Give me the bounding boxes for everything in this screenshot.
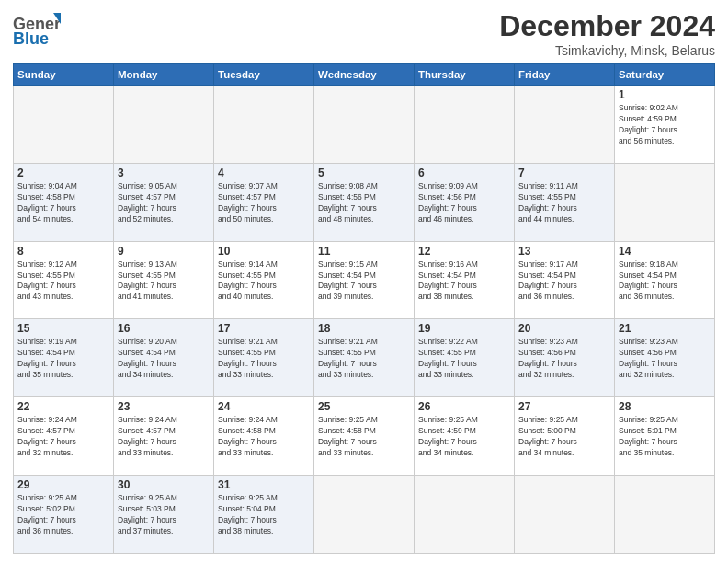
table-row: 29Sunrise: 9:25 AMSunset: 5:02 PMDayligh…	[14, 476, 114, 554]
col-tuesday: Tuesday	[214, 64, 314, 86]
month-title: December 2024	[499, 9, 715, 43]
location: Tsimkavichy, Minsk, Belarus	[499, 43, 715, 58]
header: General Blue December 2024 Tsimkavichy, …	[13, 9, 715, 58]
empty-cell	[14, 86, 114, 164]
table-row: 11Sunrise: 9:15 AMSunset: 4:54 PMDayligh…	[314, 241, 415, 319]
logo-icon: General Blue	[13, 9, 61, 50]
col-friday: Friday	[515, 64, 615, 86]
table-row: 1Sunrise: 9:02 AMSunset: 4:59 PMDaylight…	[615, 86, 715, 164]
table-row: 24Sunrise: 9:24 AMSunset: 4:58 PMDayligh…	[214, 397, 314, 476]
table-row: 21Sunrise: 9:23 AMSunset: 4:56 PMDayligh…	[615, 319, 715, 397]
empty-cell	[314, 86, 415, 164]
logo: General Blue	[13, 9, 61, 50]
table-row	[314, 476, 415, 554]
header-row: Sunday Monday Tuesday Wednesday Thursday…	[14, 64, 715, 86]
table-row: 5Sunrise: 9:08 AMSunset: 4:56 PMDaylight…	[314, 163, 415, 241]
table-row	[515, 476, 615, 554]
table-row	[615, 163, 715, 241]
table-row: 27Sunrise: 9:25 AMSunset: 5:00 PMDayligh…	[515, 397, 615, 476]
table-row: 12Sunrise: 9:16 AMSunset: 4:54 PMDayligh…	[415, 241, 515, 319]
table-row: 17Sunrise: 9:21 AMSunset: 4:55 PMDayligh…	[214, 319, 314, 397]
table-row: 22Sunrise: 9:24 AMSunset: 4:57 PMDayligh…	[14, 397, 114, 476]
table-row	[415, 476, 515, 554]
table-row: 13Sunrise: 9:17 AMSunset: 4:54 PMDayligh…	[515, 241, 615, 319]
table-row: 8Sunrise: 9:12 AMSunset: 4:55 PMDaylight…	[14, 241, 114, 319]
page-container: General Blue December 2024 Tsimkavichy, …	[0, 0, 728, 563]
table-row: 28Sunrise: 9:25 AMSunset: 5:01 PMDayligh…	[615, 397, 715, 476]
title-section: December 2024 Tsimkavichy, Minsk, Belaru…	[499, 9, 715, 58]
table-row: 18Sunrise: 9:21 AMSunset: 4:55 PMDayligh…	[314, 319, 415, 397]
table-row: 7Sunrise: 9:11 AMSunset: 4:55 PMDaylight…	[515, 163, 615, 241]
col-thursday: Thursday	[415, 64, 515, 86]
table-row: 2Sunrise: 9:04 AMSunset: 4:58 PMDaylight…	[14, 163, 114, 241]
col-saturday: Saturday	[615, 64, 715, 86]
table-row	[615, 476, 715, 554]
col-monday: Monday	[114, 64, 214, 86]
table-row: 16Sunrise: 9:20 AMSunset: 4:54 PMDayligh…	[114, 319, 214, 397]
table-row: 9Sunrise: 9:13 AMSunset: 4:55 PMDaylight…	[114, 241, 214, 319]
col-sunday: Sunday	[14, 64, 114, 86]
table-row: 26Sunrise: 9:25 AMSunset: 4:59 PMDayligh…	[415, 397, 515, 476]
table-row: 19Sunrise: 9:22 AMSunset: 4:55 PMDayligh…	[415, 319, 515, 397]
table-row: 6Sunrise: 9:09 AMSunset: 4:56 PMDaylight…	[415, 163, 515, 241]
table-row: 20Sunrise: 9:23 AMSunset: 4:56 PMDayligh…	[515, 319, 615, 397]
table-row: 23Sunrise: 9:24 AMSunset: 4:57 PMDayligh…	[114, 397, 214, 476]
table-row: 10Sunrise: 9:14 AMSunset: 4:55 PMDayligh…	[214, 241, 314, 319]
svg-text:Blue: Blue	[13, 29, 49, 48]
table-row: 4Sunrise: 9:07 AMSunset: 4:57 PMDaylight…	[214, 163, 314, 241]
table-row: 15Sunrise: 9:19 AMSunset: 4:54 PMDayligh…	[14, 319, 114, 397]
calendar-table: Sunday Monday Tuesday Wednesday Thursday…	[13, 63, 715, 554]
empty-cell	[214, 86, 314, 164]
empty-cell	[114, 86, 214, 164]
table-row: 31Sunrise: 9:25 AMSunset: 5:04 PMDayligh…	[214, 476, 314, 554]
empty-cell	[515, 86, 615, 164]
table-row: 30Sunrise: 9:25 AMSunset: 5:03 PMDayligh…	[114, 476, 214, 554]
table-row: 3Sunrise: 9:05 AMSunset: 4:57 PMDaylight…	[114, 163, 214, 241]
empty-cell	[415, 86, 515, 164]
col-wednesday: Wednesday	[314, 64, 415, 86]
table-row: 25Sunrise: 9:25 AMSunset: 4:58 PMDayligh…	[314, 397, 415, 476]
table-row: 14Sunrise: 9:18 AMSunset: 4:54 PMDayligh…	[615, 241, 715, 319]
